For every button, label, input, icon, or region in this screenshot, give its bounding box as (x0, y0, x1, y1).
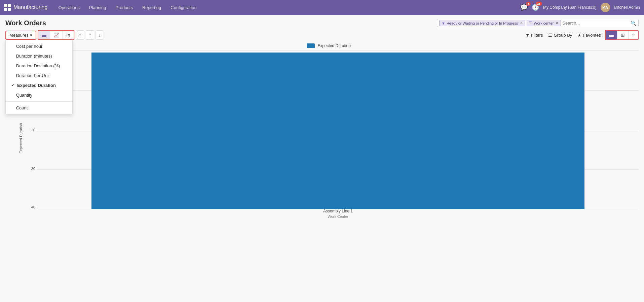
topnav-right: 💬4 🕐26 My Company (San Francisco) MA Mit… (520, 3, 640, 12)
chart-wrapper: Expected Duration 40 30 20 10 0 (19, 51, 639, 219)
check-count (11, 105, 13, 110)
bar-group (37, 53, 639, 209)
filters-icon: ▼ (525, 33, 530, 38)
filter-workcenter-icon: ☰ (529, 21, 532, 25)
check-cost-per-hour (11, 44, 13, 48)
chart-plot: Assembly Line 1 Work Center (37, 51, 639, 219)
measures-item-count-label: Count (16, 105, 28, 110)
x-label: Assembly Line 1 (37, 208, 639, 214)
nav-products[interactable]: Products (112, 3, 137, 12)
measures-item-expected-duration[interactable]: ✓ Expected Duration (6, 80, 72, 90)
measures-item-duration-minutes[interactable]: Duration (minutes) (6, 51, 72, 61)
filter-tag-workcenter-close[interactable]: ✕ (556, 21, 559, 25)
measures-item-duration-minutes-label: Duration (minutes) (16, 54, 52, 59)
legend-label: Expected Duration (317, 43, 351, 48)
favorites-icon: ★ (577, 33, 581, 38)
check-duration-deviation (11, 63, 13, 68)
top-menu: Operations Planning Products Reporting C… (54, 3, 520, 12)
page-content: Work Orders ▼ Ready or Waiting or Pendin… (0, 15, 644, 223)
chart-type-group: ▬ 📈 ◔ (38, 30, 74, 40)
measures-item-duration-deviation-label: Duration Deviation (%) (16, 63, 60, 68)
username: Mitchell Admin (614, 5, 640, 10)
measures-item-duration-per-unit-label: Duration Per Unit (16, 73, 50, 78)
y-tick-20: 20 (26, 128, 37, 132)
nav-configuration[interactable]: Configuration (166, 3, 200, 12)
measures-divider (6, 101, 72, 102)
right-view-group: ▬ ⊞ ≡ (605, 30, 639, 40)
y-tick-40: 40 (26, 205, 37, 209)
sort-desc-btn[interactable]: ↓ (96, 30, 104, 40)
search-icon[interactable]: 🔍 (631, 21, 636, 26)
filter-tag-workcenter-label: Work center (534, 21, 554, 25)
pie-chart-btn[interactable]: ◔ (63, 31, 74, 39)
chat-badge[interactable]: 💬4 (520, 4, 528, 11)
toolbar-left: Measures ▾ Cost per hour Duration (minut… (5, 30, 104, 40)
check-quantity (11, 93, 13, 97)
groupby-btn[interactable]: ☰ Group By (548, 33, 572, 38)
measures-item-cost-per-hour[interactable]: Cost per hour (6, 41, 72, 51)
filter-group-bar: ▼ Filters ☰ Group By ★ Favorites (525, 33, 601, 38)
filter-tag-workcenter: ☰ Work center ✕ (527, 20, 561, 26)
company-name: My Company (San Francisco) (543, 5, 597, 10)
topnav: Manufacturing Operations Planning Produc… (0, 0, 644, 15)
right-list-btn[interactable]: ⊞ (617, 31, 629, 39)
chart-area: Expected Duration Expected Duration 40 3… (19, 43, 639, 219)
measures-item-expected-duration-label: Expected Duration (17, 83, 56, 88)
app-logo[interactable]: Manufacturing (4, 4, 47, 11)
app-name: Manufacturing (13, 4, 47, 10)
measures-chevron: ▾ (30, 33, 32, 38)
measures-item-cost-per-hour-label: Cost per hour (16, 44, 43, 49)
line-chart-btn[interactable]: 📈 (50, 31, 63, 39)
search-bar: ▼ Ready or Waiting or Pending or In Prog… (437, 19, 639, 27)
check-duration-minutes (11, 54, 13, 58)
sort-asc-btn[interactable]: ↑ (86, 30, 94, 40)
measures-item-quantity-label: Quantity (16, 93, 32, 98)
x-sublabel: Work Center (37, 214, 639, 219)
page-header: Work Orders ▼ Ready or Waiting or Pendin… (5, 19, 639, 27)
measures-button[interactable]: Measures ▾ (5, 31, 36, 40)
measures-item-quantity[interactable]: Quantity (6, 90, 72, 100)
groupby-icon: ☰ (548, 33, 552, 38)
grid-icon (4, 4, 11, 11)
legend-color-swatch (307, 43, 315, 48)
measures-label: Measures (9, 33, 29, 38)
filter-tag-status-close[interactable]: ✕ (520, 21, 523, 25)
chat-count: 4 (526, 2, 530, 6)
favorites-btn[interactable]: ★ Favorites (577, 33, 601, 38)
right-table-btn[interactable]: ≡ (629, 31, 638, 39)
filter-tag-status-label: Ready or Waiting or Pending or In Progre… (447, 21, 518, 25)
check-expected-duration: ✓ (11, 83, 14, 88)
groupby-label: Group By (554, 33, 572, 38)
sort-btn[interactable]: ≡ (76, 30, 84, 40)
page-title: Work Orders (5, 19, 46, 27)
measures-menu: Cost per hour Duration (minutes) Duratio… (5, 40, 73, 114)
favorites-label: Favorites (583, 33, 601, 38)
measures-dropdown: Measures ▾ Cost per hour Duration (minut… (5, 31, 36, 40)
check-duration-per-unit (11, 73, 13, 78)
y-tick-30: 30 (26, 167, 37, 171)
x-axis-labels: Assembly Line 1 Work Center (37, 208, 639, 219)
measures-item-duration-deviation[interactable]: Duration Deviation (%) (6, 61, 72, 71)
chart-canvas: 40 30 20 10 0 (26, 51, 639, 219)
nav-planning[interactable]: Planning (85, 3, 110, 12)
avatar[interactable]: MA (601, 3, 610, 12)
filter-tag-status: ▼ Ready or Waiting or Pending or In Prog… (439, 20, 525, 26)
bar-chart-btn[interactable]: ▬ (38, 31, 50, 39)
nav-operations[interactable]: Operations (54, 3, 84, 12)
nav-reporting[interactable]: Reporting (138, 3, 165, 12)
filters-btn[interactable]: ▼ Filters (525, 33, 543, 38)
toolbar: Measures ▾ Cost per hour Duration (minut… (5, 30, 639, 40)
toolbar-right: ▼ Filters ☰ Group By ★ Favorites ▬ ⊞ ≡ (525, 30, 639, 40)
measures-item-duration-per-unit[interactable]: Duration Per Unit (6, 71, 72, 80)
chart-legend: Expected Duration (19, 43, 639, 48)
right-bar-btn[interactable]: ▬ (606, 31, 617, 39)
filter-icon: ▼ (442, 21, 445, 25)
activity-count: 26 (536, 2, 542, 6)
activity-badge[interactable]: 🕐26 (532, 4, 539, 11)
filters-label: Filters (531, 33, 543, 38)
search-input[interactable] (562, 21, 629, 26)
measures-item-count[interactable]: Count (6, 103, 72, 113)
chart-bar (91, 53, 584, 209)
